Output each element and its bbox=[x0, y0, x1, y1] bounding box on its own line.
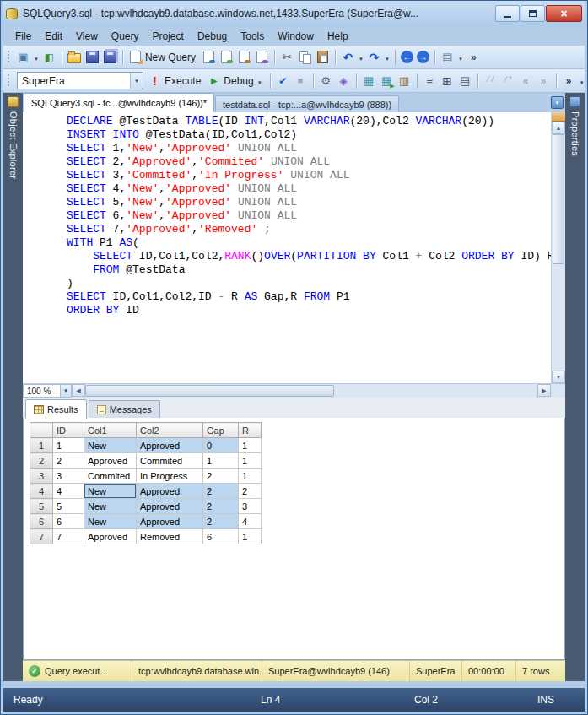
scroll-right-icon[interactable] bbox=[537, 384, 551, 397]
grid-cell[interactable]: 4 bbox=[239, 514, 262, 529]
activity-monitor-button[interactable] bbox=[40, 47, 58, 67]
analysis-dmx-query-button[interactable] bbox=[235, 47, 253, 67]
column-header[interactable]: Gap bbox=[203, 423, 239, 438]
column-header[interactable]: Col2 bbox=[137, 423, 203, 438]
copy-button[interactable] bbox=[296, 47, 314, 67]
scrollbar-track[interactable] bbox=[85, 384, 537, 398]
toolbar-options-button[interactable] bbox=[465, 47, 483, 67]
grid-cell[interactable]: Removed bbox=[137, 529, 203, 544]
grid-cell[interactable]: Approved bbox=[137, 514, 203, 529]
grid-cell[interactable]: 1 bbox=[239, 529, 262, 544]
grid-cell[interactable]: 1 bbox=[239, 438, 262, 453]
maximize-button[interactable] bbox=[521, 5, 545, 22]
row-header[interactable]: 1 bbox=[30, 438, 53, 453]
menu-tools[interactable]: Tools bbox=[234, 28, 271, 45]
save-all-button[interactable] bbox=[101, 47, 119, 67]
menu-file[interactable]: File bbox=[8, 28, 38, 45]
parse-button[interactable] bbox=[274, 71, 292, 90]
grid-cell[interactable]: 2 bbox=[203, 469, 239, 484]
available-databases-combo[interactable]: SuperEra bbox=[17, 72, 143, 89]
toolbar-options-button[interactable] bbox=[560, 71, 585, 90]
grid-cell[interactable]: 3 bbox=[53, 469, 84, 484]
client-statistics-button[interactable] bbox=[396, 71, 413, 90]
debug-button[interactable]: Debug bbox=[205, 71, 266, 90]
column-header[interactable]: ID bbox=[53, 423, 84, 438]
grid-cell[interactable]: 4 bbox=[53, 484, 84, 499]
menu-project[interactable]: Project bbox=[146, 28, 191, 45]
grid-cell[interactable]: 2 bbox=[53, 453, 84, 469]
row-header[interactable]: 7 bbox=[30, 529, 53, 544]
open-file-button[interactable] bbox=[66, 47, 84, 67]
splitter-handle[interactable] bbox=[552, 112, 565, 122]
menu-view[interactable]: View bbox=[69, 28, 105, 45]
redo-button[interactable] bbox=[365, 47, 391, 67]
menu-query[interactable]: Query bbox=[105, 28, 146, 45]
grid-cell[interactable]: 5 bbox=[53, 499, 84, 514]
grid-cell[interactable]: 3 bbox=[239, 499, 262, 514]
zoom-combo[interactable]: 100 % bbox=[23, 384, 72, 398]
tab-messages[interactable]: Messages bbox=[89, 400, 160, 418]
estimated-plan-button[interactable] bbox=[360, 71, 378, 90]
toolbar-grip[interactable] bbox=[7, 73, 11, 88]
document-tab[interactable]: testdata.sql - tcp:...a@wvlhdcayb9 (888)… bbox=[215, 95, 399, 112]
menu-edit[interactable]: Edit bbox=[38, 28, 69, 45]
navigate-back-button[interactable] bbox=[399, 47, 415, 67]
editor-vertical-scrollbar[interactable] bbox=[551, 112, 565, 383]
query-options-button[interactable] bbox=[317, 71, 335, 90]
grid-cell[interactable]: Approved bbox=[137, 484, 203, 499]
grid-cell[interactable]: 2 bbox=[203, 514, 239, 529]
new-query-button[interactable]: New Query bbox=[127, 47, 200, 67]
actual-plan-button[interactable] bbox=[378, 71, 396, 90]
properties-panel-tab[interactable]: Properties bbox=[565, 93, 585, 681]
menu-window[interactable]: Window bbox=[271, 28, 321, 45]
grid-cell[interactable]: Approved bbox=[137, 499, 203, 514]
scrollbar-thumb[interactable] bbox=[85, 385, 334, 397]
title-bar[interactable]: SQLQuery3.sql - tcp:wvlhdcayb9.database.… bbox=[3, 1, 585, 26]
object-explorer-panel-tab[interactable]: Object Explorer bbox=[3, 93, 23, 681]
toolbar-grip[interactable] bbox=[7, 50, 11, 64]
document-list-dropdown[interactable] bbox=[551, 96, 564, 109]
tab-results[interactable]: Results bbox=[25, 399, 87, 419]
grid-cell[interactable]: 2 bbox=[203, 484, 239, 499]
row-header[interactable]: 3 bbox=[30, 469, 53, 484]
undo-button[interactable] bbox=[339, 47, 365, 67]
grid-cell[interactable]: New bbox=[84, 438, 137, 453]
row-header[interactable]: 6 bbox=[30, 514, 53, 529]
grid-cell[interactable]: 1 bbox=[53, 438, 84, 453]
results-to-grid-button[interactable] bbox=[439, 71, 456, 90]
analysis-mdx-query-button[interactable] bbox=[218, 47, 235, 67]
grid-cell[interactable]: 1 bbox=[239, 453, 262, 469]
grid-cell[interactable]: New bbox=[84, 499, 137, 514]
execute-button[interactable]: Execute bbox=[146, 71, 205, 90]
analysis-xmla-query-button[interactable] bbox=[253, 47, 271, 67]
row-header[interactable]: 5 bbox=[30, 499, 53, 514]
paste-button[interactable] bbox=[314, 47, 332, 67]
grid-cell[interactable]: Approved bbox=[137, 438, 203, 453]
connect-database-button[interactable] bbox=[14, 47, 40, 67]
scroll-down-icon[interactable] bbox=[552, 371, 565, 383]
grid-cell[interactable]: 1 bbox=[203, 453, 239, 469]
grid-cell[interactable]: New bbox=[84, 484, 137, 499]
grid-cell[interactable]: Commited bbox=[84, 469, 137, 484]
grid-cell[interactable]: 6 bbox=[203, 529, 239, 544]
grid-cell[interactable]: 6 bbox=[53, 514, 84, 529]
grid-cell[interactable]: 0 bbox=[203, 438, 239, 453]
cut-button[interactable] bbox=[278, 47, 296, 67]
minimize-button[interactable] bbox=[495, 5, 520, 22]
grid-cell[interactable]: 2 bbox=[239, 484, 262, 499]
menu-debug[interactable]: Debug bbox=[191, 28, 234, 45]
scroll-left-icon[interactable] bbox=[72, 384, 85, 397]
save-button[interactable] bbox=[84, 47, 101, 67]
grid-cell[interactable]: 2 bbox=[203, 499, 239, 514]
grid-cell[interactable]: In Progress bbox=[137, 469, 203, 484]
column-header[interactable]: R bbox=[239, 423, 262, 438]
code-editor[interactable]: DECLARE @TestData TABLE(ID INT,Col1 VARC… bbox=[23, 112, 565, 383]
grid-cell[interactable]: Approved bbox=[84, 529, 137, 544]
grid-corner[interactable] bbox=[30, 423, 53, 438]
document-tab[interactable]: SQLQuery3.sql - tc...@wvlhdcayb9 (146))* bbox=[24, 93, 214, 112]
menu-help[interactable]: Help bbox=[321, 28, 355, 45]
column-header[interactable]: Col1 bbox=[84, 423, 137, 438]
scroll-up-icon[interactable] bbox=[552, 122, 565, 134]
properties-window-button[interactable] bbox=[439, 47, 465, 67]
scrollbar-track[interactable] bbox=[552, 134, 565, 371]
